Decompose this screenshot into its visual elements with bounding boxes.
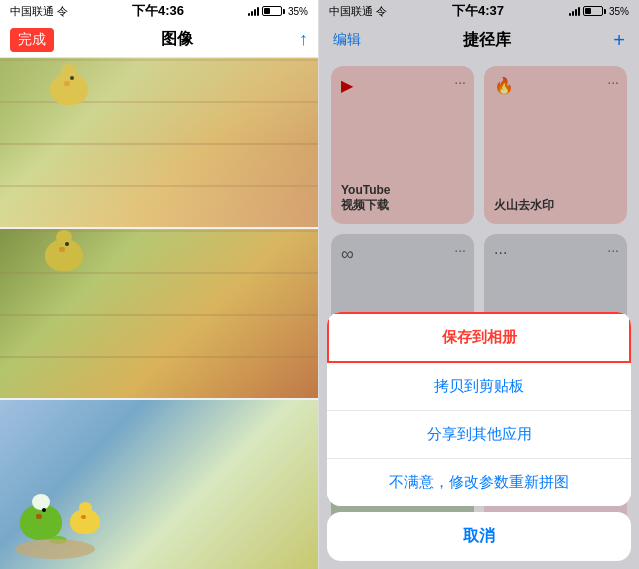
time-left: 下午4:36: [132, 2, 184, 20]
action-sheet-overlay: 保存到相册 拷贝到剪贴板 分享到其他应用 不满意，修改参数重新拼图 取消: [319, 0, 639, 569]
action-sheet: 保存到相册 拷贝到剪贴板 分享到其他应用 不满意，修改参数重新拼图: [327, 312, 631, 506]
signal-icon: [248, 6, 259, 16]
action-redo-with-params[interactable]: 不满意，修改参数重新拼图: [327, 459, 631, 506]
battery-icon: [262, 6, 285, 16]
action-save-to-album[interactable]: 保存到相册: [327, 312, 631, 363]
carrier-left: 中国联通 令: [10, 4, 68, 19]
status-icons-left: 35%: [248, 6, 308, 17]
action-share-to-other[interactable]: 分享到其他应用: [327, 411, 631, 459]
photo-1: [0, 58, 318, 227]
status-bar-left: 中国联通 令 下午4:36 35%: [0, 0, 318, 22]
done-button[interactable]: 完成: [10, 28, 54, 52]
left-phone: 中国联通 令 下午4:36 35% 完成 图像 ↑: [0, 0, 319, 569]
action-copy-to-clipboard[interactable]: 拷贝到剪贴板: [327, 363, 631, 411]
right-phone: 中国联通 令 下午4:37 35% 编辑 捷径库 + ▶ YouTube视频下载…: [319, 0, 639, 569]
photo-3: [0, 400, 318, 569]
nav-bar-left: 完成 图像 ↑: [0, 22, 318, 58]
page-title-left: 图像: [161, 29, 193, 50]
action-cancel-sheet: 取消: [327, 512, 631, 561]
photo-2: [0, 229, 318, 398]
cancel-button[interactable]: 取消: [327, 512, 631, 561]
image-scroll: [0, 58, 318, 569]
share-icon[interactable]: ↑: [299, 29, 308, 50]
battery-percent: 35%: [288, 6, 308, 17]
photo-strip: [0, 58, 318, 569]
